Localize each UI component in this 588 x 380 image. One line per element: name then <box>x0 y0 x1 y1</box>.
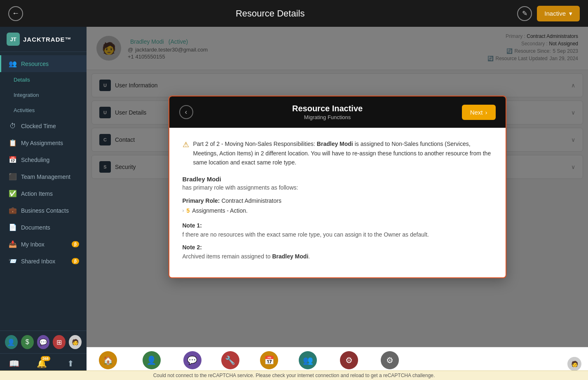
sidebar-item-my-inbox[interactable]: 📥 My Inbox β <box>0 236 87 253</box>
sidebar: JT JACKTRADE™ 👥 Resources Details Integr… <box>0 27 87 380</box>
sidebar-item-team-management[interactable]: ⬛ Team Management <box>0 168 87 185</box>
team-management-icon: ⬛ <box>9 173 17 181</box>
sidebar-team-management-label: Team Management <box>21 174 70 180</box>
shared-inbox-badge: β <box>72 258 79 264</box>
resources-icon: 👥 <box>9 60 17 68</box>
error-bar: Could not connect to the reCAPTCHA servi… <box>0 371 588 380</box>
chevron-down-icon: ▾ <box>569 10 572 17</box>
edit-icon-button[interactable]: ✎ <box>517 6 532 21</box>
logo-text: JACKTRADE™ <box>23 36 72 43</box>
sidebar-item-action-items[interactable]: ✅ Action Items <box>0 185 87 202</box>
sidebar-item-business-contacts[interactable]: 💼 Business Contacts <box>0 202 87 219</box>
sidebar-nav: 👥 Resources Details Integration Activiti… <box>0 52 87 331</box>
warning-content: Part 2 of 2 - Moving Non-Sales Responsib… <box>193 139 492 167</box>
user-icon-chat[interactable]: 💬 <box>37 335 50 349</box>
note2-bold: Bradley Modi <box>272 253 308 260</box>
primary-role-value: Contract Administrators <box>221 197 281 204</box>
user-icon-grid[interactable]: ⊞ <box>53 335 66 349</box>
customers-icon: 👤 <box>143 351 161 369</box>
error-text: Could not connect to the reCAPTCHA servi… <box>153 373 435 378</box>
sidebar-item-scheduling[interactable]: 📅 Scheduling <box>0 151 87 168</box>
modal-next-button[interactable]: Next › <box>462 105 496 120</box>
alerts-badge: 268 <box>41 356 50 361</box>
back-button[interactable]: ← <box>8 6 23 21</box>
modal-person-name: Bradley Modi <box>183 176 492 183</box>
mainboard-icon: 🏠 <box>99 351 117 369</box>
note1-text: f there are no resources with the exact … <box>183 230 492 239</box>
my-inbox-badge: β <box>72 241 79 247</box>
note2-text: Archived items remain assigned to Bradle… <box>183 252 492 261</box>
modal: ‹ Resource Inactive Migrating Functions … <box>169 96 506 278</box>
sidebar-item-shared-inbox[interactable]: 📨 Shared Inbox β <box>0 253 87 270</box>
sidebar-business-contacts-label: Business Contacts <box>21 207 69 214</box>
upgrade-icon: ⬆ <box>67 359 74 368</box>
action-items-icon: ✅ <box>9 190 17 197</box>
assign-count: 5 <box>187 207 190 214</box>
sidebar-scheduling-label: Scheduling <box>21 157 49 163</box>
sidebar-clocked-time-label: Clocked Time <box>21 123 56 129</box>
sidebar-integration-label: Integration <box>14 92 39 98</box>
logo-icon: JT <box>7 33 20 46</box>
clocked-time-icon: ⏱ <box>9 122 17 130</box>
modal-title: Resource Inactive <box>193 104 462 113</box>
top-bar-right: ✎ Inactive ▾ <box>517 6 580 21</box>
sidebar-my-inbox-label: My Inbox <box>21 241 45 248</box>
sidebar-item-integration[interactable]: Integration <box>0 87 87 103</box>
sidebar-action-items-label: Action Items <box>21 190 53 197</box>
assign-label: Assignments - Action. <box>192 207 248 214</box>
teams-icon: 👥 <box>299 351 317 369</box>
sidebar-resources-label: Resources <box>21 61 49 67</box>
sidebar-logo: JT JACKTRADE™ <box>0 27 87 52</box>
top-bar: ← Resource Details ✎ Inactive ▾ <box>0 0 588 27</box>
sidebar-item-clocked-time[interactable]: ⏱ Clocked Time <box>0 118 87 134</box>
sidebar-activities-label: Activities <box>14 107 35 113</box>
setup-icon: ⚙ <box>381 351 399 369</box>
warning-bold-1: Bradley Modi <box>317 141 353 147</box>
status-label: Inactive <box>544 10 566 17</box>
sidebar-item-my-assignments[interactable]: 📋 My Assignments <box>0 134 87 151</box>
modal-assignments: › 5 Assignments - Action. <box>183 207 492 214</box>
page-title: Resource Details <box>236 8 305 19</box>
modal-header: ‹ Resource Inactive Migrating Functions … <box>169 96 506 128</box>
calendar-icon: 📅 <box>260 351 278 369</box>
jobs-icon: 🔧 <box>221 351 239 369</box>
warning-text-block: ⚠ Part 2 of 2 - Moving Non-Sales Respons… <box>183 139 492 167</box>
sidebar-shared-inbox-label: Shared Inbox <box>21 258 55 265</box>
modal-body: ⚠ Part 2 of 2 - Moving Non-Sales Respons… <box>169 128 506 277</box>
status-dropdown[interactable]: Inactive ▾ <box>537 6 580 21</box>
note2-title: Note 2: <box>183 244 492 251</box>
modal-header-center: Resource Inactive Migrating Functions <box>193 104 462 120</box>
user-icon-person[interactable]: 👤 <box>5 335 18 349</box>
assign-chevron-icon: › <box>183 208 184 213</box>
modal-role-desc: has primary role with assignments as fol… <box>183 184 492 191</box>
user-icon-dollar[interactable]: $ <box>21 335 34 349</box>
note1-title: Note 1: <box>183 222 492 229</box>
my-assignments-icon: 📋 <box>9 139 17 147</box>
modal-primary-role: Primary Role: Contract Administrators <box>183 197 492 204</box>
sidebar-documents-label: Documents <box>21 224 50 231</box>
business-contacts-icon: 💼 <box>9 206 17 214</box>
documents-icon: 📄 <box>9 223 17 231</box>
modal-overlay: ‹ Resource Inactive Migrating Functions … <box>87 27 588 347</box>
next-icon: › <box>485 109 487 116</box>
modal-subtitle: Migrating Functions <box>193 114 462 120</box>
primary-role-label: Primary Role: <box>183 197 220 204</box>
sidebar-user-icons: 👤 $ 💬 ⊞ 🧑 <box>0 331 87 353</box>
scheduling-icon: 📅 <box>9 156 17 164</box>
note2-text-2: . <box>308 253 310 260</box>
operations-icon: ⚙ <box>340 351 358 369</box>
shared-inbox-icon: 📨 <box>9 257 17 265</box>
sidebar-details-label: Details <box>14 77 30 83</box>
sidebar-item-activities[interactable]: Activities <box>0 103 87 118</box>
bottom-user-avatar[interactable]: 🧑 <box>567 357 581 371</box>
warning-text-1: Part 2 of 2 - Moving Non-Sales Responsib… <box>193 141 317 147</box>
sidebar-item-documents[interactable]: 📄 Documents <box>0 219 87 236</box>
warning-icon: ⚠ <box>183 140 189 167</box>
next-label: Next <box>470 109 483 116</box>
sidebar-item-details[interactable]: Details <box>0 72 87 87</box>
sidebar-item-resources[interactable]: 👥 Resources <box>0 55 87 72</box>
quotes-icon: 💬 <box>183 351 201 369</box>
guides-icon: 📖 <box>9 359 19 368</box>
modal-back-button[interactable]: ‹ <box>179 105 193 119</box>
user-avatar[interactable]: 🧑 <box>69 335 82 349</box>
